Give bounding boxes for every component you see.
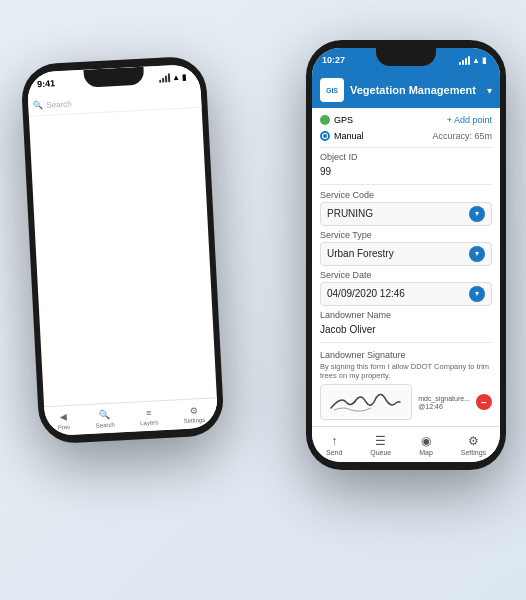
gps-manual-row: GPS + Add point — [320, 114, 492, 126]
service-code-field: Service Code PRUNING ▾ — [320, 190, 492, 226]
phone-left-screen: 9:41 ▲ ▮ 🔍 Search — [27, 64, 219, 437]
send-icon: ↑ — [331, 434, 337, 448]
wifi-icon: ▲ — [172, 72, 180, 81]
search-icon-map: 🔍 — [33, 101, 43, 111]
svg-rect-22 — [157, 114, 174, 117]
gps-indicator — [320, 115, 330, 125]
signature-row: mdc_signature... @12:46 − — [320, 384, 492, 420]
queue-icon: ☰ — [375, 434, 386, 448]
nav-settings-right[interactable]: ⚙ Settings — [461, 434, 486, 456]
svg-line-9 — [109, 111, 144, 116]
search-text[interactable]: Search — [46, 99, 72, 109]
manual-option[interactable]: Manual — [320, 131, 364, 141]
nav-settings-left[interactable]: ⚙ Settings — [183, 404, 206, 424]
service-date-dropdown[interactable]: 04/09/2020 12:46 ▾ — [320, 282, 492, 306]
battery-icon-right: ▮ — [482, 56, 486, 65]
status-icons-left: ▲ ▮ — [159, 72, 186, 82]
manual-row: Manual Accuracy: 65m — [320, 130, 492, 142]
add-point-button[interactable]: + Add point — [447, 115, 492, 125]
service-code-label: Service Code — [320, 190, 492, 200]
prev-icon: ◀ — [57, 411, 70, 424]
map-nav-bar: ◀ Prev 🔍 Search ≡ Layers ⚙ Settings — [44, 397, 218, 436]
nav-queue[interactable]: ☰ Queue — [370, 434, 391, 456]
phone-left: 9:41 ▲ ▮ 🔍 Search — [20, 55, 225, 444]
settings-icon-left: ⚙ — [188, 404, 201, 417]
search-nav-icon: 🔍 — [98, 409, 111, 422]
nav-prev[interactable]: ◀ Prev — [57, 411, 70, 431]
form-nav-bar: ↑ Send ☰ Queue ◉ Map ⚙ Settings — [312, 426, 500, 462]
nav-send[interactable]: ↑ Send — [326, 434, 342, 456]
signature-time: @12:46 — [418, 403, 470, 410]
divider-2 — [320, 184, 492, 185]
notch-right — [376, 48, 436, 66]
signal-icon-right — [459, 56, 470, 65]
landowner-name-value[interactable]: Jacob Oliver — [320, 322, 492, 337]
gps-label: GPS — [334, 115, 353, 125]
status-icons-right: ▲ ▮ — [459, 56, 486, 65]
manual-radio[interactable] — [320, 131, 330, 141]
svg-line-16 — [159, 109, 188, 117]
settings-icon-right: ⚙ — [468, 434, 479, 448]
service-type-dropdown[interactable]: Urban Forestry ▾ — [320, 242, 492, 266]
signature-section: Landowner Signature By signing this form… — [320, 350, 492, 421]
service-type-arrow[interactable]: ▾ — [469, 246, 485, 262]
object-id-label: Object ID — [320, 152, 492, 162]
form-chevron-icon[interactable]: ▾ — [487, 85, 492, 96]
divider-1 — [320, 147, 492, 148]
accuracy-text: Accuracy: 65m — [432, 131, 492, 141]
nav-search[interactable]: 🔍 Search — [95, 409, 115, 429]
divider-3 — [320, 342, 492, 343]
nav-map[interactable]: ◉ Map — [419, 434, 433, 456]
nav-layers[interactable]: ≡ Layers — [139, 406, 158, 426]
object-id-value[interactable]: 99 — [320, 164, 492, 179]
form-header: GIS Vegetation Management ▾ — [312, 72, 500, 108]
signal-icon — [159, 73, 170, 83]
phone-right-screen: 10:27 ▲ ▮ GIS Vegetation Manag — [312, 48, 500, 462]
phone-right: 10:27 ▲ ▮ GIS Vegetation Manag — [306, 40, 506, 470]
svg-line-15 — [159, 109, 188, 117]
warning-marker-2: ⚠ — [153, 109, 176, 117]
gps-option[interactable]: GPS — [320, 115, 353, 125]
svg-line-10 — [109, 111, 144, 116]
landowner-name-field: Landowner Name Jacob Oliver — [320, 310, 492, 337]
map-nav-icon: ◉ — [421, 434, 431, 448]
signature-filename: mdc_signature... — [418, 395, 470, 402]
service-type-field: Service Type Urban Forestry ▾ — [320, 230, 492, 266]
landowner-name-label: Landowner Name — [320, 310, 492, 320]
service-code-arrow[interactable]: ▾ — [469, 206, 485, 222]
time-left: 9:41 — [37, 78, 56, 89]
service-code-dropdown[interactable]: PRUNING ▾ — [320, 202, 492, 226]
service-type-label: Service Type — [320, 230, 492, 240]
remove-signature-button[interactable]: − — [476, 394, 492, 410]
signature-note: By signing this form I allow DDOT Compan… — [320, 362, 492, 382]
signature-box[interactable] — [320, 384, 412, 420]
signature-label: Landowner Signature — [320, 350, 492, 360]
wifi-icon-right: ▲ — [472, 56, 480, 65]
signature-meta-block: mdc_signature... @12:46 — [418, 395, 470, 410]
service-date-label: Service Date — [320, 270, 492, 280]
manual-label: Manual — [334, 131, 364, 141]
signature-drawing — [326, 388, 406, 416]
form-title: Vegetation Management — [350, 84, 481, 96]
object-id-field: Object ID 99 — [320, 152, 492, 179]
gis-logo: GIS — [320, 78, 344, 102]
service-date-arrow[interactable]: ▾ — [469, 286, 485, 302]
form-body: GPS + Add point Manual Accuracy: 65m — [312, 108, 500, 426]
battery-icon: ▮ — [182, 72, 186, 81]
time-right: 10:27 — [322, 55, 345, 65]
service-date-field: Service Date 04/09/2020 12:46 ▾ — [320, 270, 492, 306]
scene: 9:41 ▲ ▮ 🔍 Search — [0, 0, 526, 600]
layers-icon: ≡ — [142, 407, 155, 420]
